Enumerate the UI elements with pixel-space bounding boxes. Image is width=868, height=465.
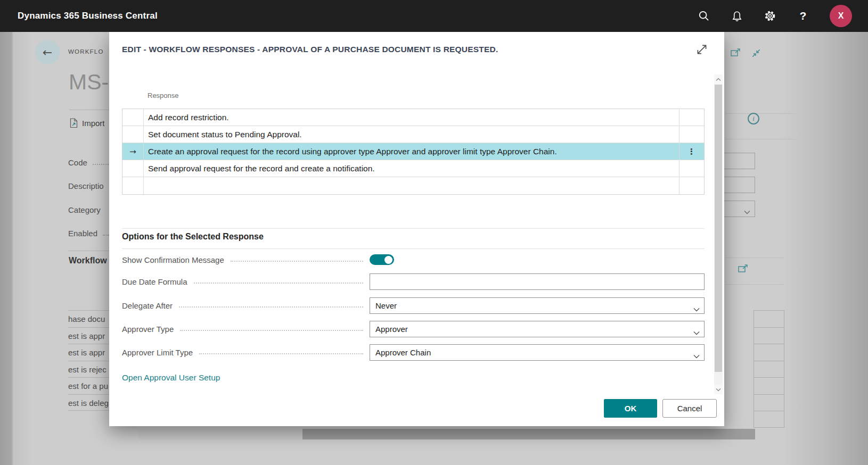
row-actions-cell[interactable] xyxy=(679,177,703,194)
options-heading: Options for the Selected Response xyxy=(122,232,264,242)
dotted-leader xyxy=(103,231,109,236)
table-row[interactable]: Send approval request for the record and… xyxy=(122,160,704,177)
open-approval-user-setup-link[interactable]: Open Approval User Setup xyxy=(122,373,220,383)
table-cell xyxy=(754,411,784,428)
divider xyxy=(725,139,796,139)
ok-button[interactable]: OK xyxy=(604,399,657,418)
table-row[interactable] xyxy=(122,177,704,194)
show-confirmation-label: Show Confirmation Message xyxy=(122,255,224,264)
workflow-responses-dialog: EDIT - WORKFLOW RESPONSES - APPROVAL OF … xyxy=(109,32,724,426)
row-actions-cell[interactable] xyxy=(679,109,703,126)
back-button[interactable]: ← xyxy=(35,40,60,64)
list-item: hase docu xyxy=(68,310,110,327)
breadcrumb: WORKFLO xyxy=(68,48,104,55)
response-cell[interactable]: Send approval request for the record and… xyxy=(144,160,679,177)
help-icon[interactable]: ? xyxy=(797,10,809,22)
response-column-header: Response xyxy=(148,92,179,99)
dialog-vertical-scrollbar[interactable] xyxy=(714,74,723,394)
due-date-formula-input[interactable] xyxy=(370,273,705,290)
chevron-down-icon xyxy=(693,351,700,361)
table-cell xyxy=(754,327,784,344)
search-icon[interactable] xyxy=(698,10,710,22)
field-label-code: Code xyxy=(68,158,109,167)
row-actions-cell[interactable] xyxy=(679,160,703,177)
chevron-down-icon xyxy=(744,207,750,217)
dotted-leader xyxy=(180,330,363,331)
dotted-leader xyxy=(199,353,363,354)
horizontal-scrollbar-track[interactable] xyxy=(138,429,302,439)
toggle-knob xyxy=(384,256,392,264)
row-selector-cell[interactable] xyxy=(122,109,144,126)
table-row-selected[interactable]: → Create an approval request for the rec… xyxy=(122,143,704,160)
divider xyxy=(725,113,796,114)
avatar-initial: X xyxy=(838,11,844,21)
workflow-steps-truncated-list: hase docu est is appr est is appr est is… xyxy=(68,310,110,411)
divider xyxy=(68,251,110,251)
table-cell xyxy=(754,394,784,411)
dotted-leader xyxy=(93,160,109,165)
import-document-icon xyxy=(70,118,78,128)
response-cell[interactable]: Set document status to Pending Approval. xyxy=(144,126,679,143)
list-item: est is appr xyxy=(68,344,110,361)
page-title: MS- xyxy=(69,70,109,95)
field-label-category: Category xyxy=(68,205,101,214)
show-confirmation-toggle[interactable] xyxy=(370,254,394,265)
row-selector-cell[interactable] xyxy=(122,177,144,194)
divider xyxy=(725,284,784,285)
scrollbar-thumb[interactable] xyxy=(715,85,722,372)
delegate-after-select[interactable]: Never xyxy=(370,297,705,314)
row-pointer-icon[interactable]: → xyxy=(122,143,144,160)
background-table-cells xyxy=(754,310,784,428)
table-cell xyxy=(754,344,784,361)
row-selector-cell[interactable] xyxy=(122,160,144,177)
table-cell xyxy=(754,310,784,327)
info-icon[interactable]: i xyxy=(748,113,759,124)
table-cell xyxy=(754,361,784,378)
user-avatar[interactable]: X xyxy=(830,5,852,27)
collapse-icon[interactable] xyxy=(751,48,761,61)
scroll-down-icon[interactable] xyxy=(714,385,723,394)
open-in-new-window-icon[interactable] xyxy=(731,48,741,59)
option-row-show-confirmation: Show Confirmation Message xyxy=(122,251,705,268)
row-actions-cell[interactable] xyxy=(679,126,703,143)
import-button[interactable]: Import xyxy=(70,118,105,128)
dotted-leader xyxy=(231,261,363,262)
approver-type-label: Approver Type xyxy=(122,325,174,334)
list-item: est is deleg xyxy=(68,394,110,411)
cancel-button[interactable]: Cancel xyxy=(662,399,717,418)
response-cell[interactable]: Add record restriction. xyxy=(144,109,679,126)
settings-gear-icon[interactable] xyxy=(764,10,776,22)
table-row[interactable]: Add record restriction. xyxy=(122,109,704,126)
response-cell[interactable] xyxy=(144,177,679,194)
horizontal-scrollbar-thumb[interactable] xyxy=(302,429,755,439)
popout-icon[interactable] xyxy=(738,264,749,275)
response-cell[interactable]: Create an approval request for the recor… xyxy=(144,143,679,160)
list-item: est is rejec xyxy=(68,361,110,378)
workflow-section-label: Workflow xyxy=(69,256,107,265)
approver-type-value: Approver xyxy=(375,325,408,334)
divider xyxy=(122,228,705,229)
option-row-due-date-formula: Due Date Formula xyxy=(122,273,705,290)
approver-limit-type-select[interactable]: Approver Chain xyxy=(370,344,705,361)
notifications-bell-icon[interactable] xyxy=(731,10,743,22)
row-menu-icon[interactable]: ⋮ xyxy=(679,143,703,160)
approver-limit-type-value: Approver Chain xyxy=(375,348,431,357)
field-label-description: Descriptio xyxy=(68,181,104,190)
chevron-down-icon xyxy=(693,304,700,314)
approver-type-select[interactable]: Approver xyxy=(370,321,705,337)
dialog-title: EDIT - WORKFLOW RESPONSES - APPROVAL OF … xyxy=(122,45,498,54)
divider xyxy=(122,248,705,249)
list-item: est for a pu xyxy=(68,377,110,394)
dotted-leader xyxy=(194,283,363,284)
row-selector-cell[interactable] xyxy=(122,126,144,143)
screen: Dynamics 365 Business Central ? X ← WORK… xyxy=(0,0,868,465)
table-row[interactable]: Set document status to Pending Approval. xyxy=(122,126,704,143)
scroll-up-icon[interactable] xyxy=(714,74,723,84)
help-glyph: ? xyxy=(800,10,807,22)
field-label-enabled: Enabled xyxy=(68,229,109,238)
back-arrow-icon: ← xyxy=(43,46,52,59)
import-label: Import xyxy=(82,119,105,128)
responses-table: Add record restriction. Set document sta… xyxy=(122,109,705,195)
resize-dialog-icon[interactable] xyxy=(694,41,710,57)
dotted-leader xyxy=(179,306,363,308)
